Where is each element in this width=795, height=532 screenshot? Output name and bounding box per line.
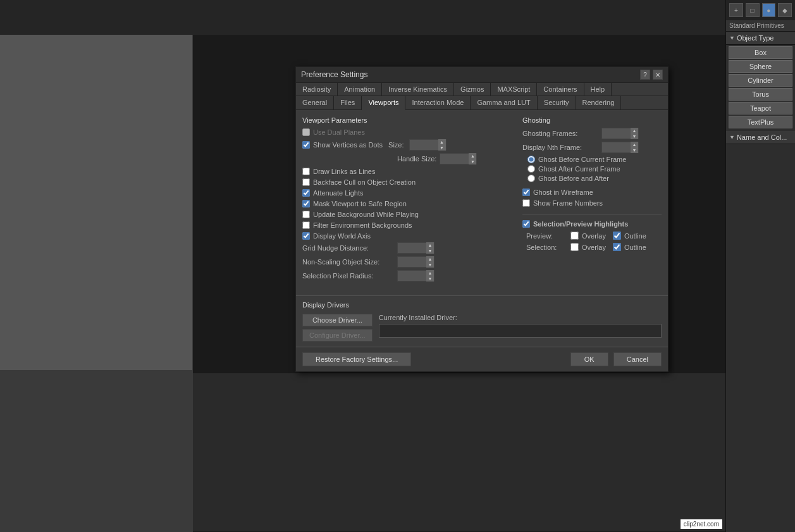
display-nth-field[interactable]: 1 ▲ ▼ — [601, 142, 639, 153]
tab-viewports[interactable]: Viewports — [362, 96, 405, 110]
selection-pixel-field[interactable]: 16 ▲ ▼ — [397, 270, 434, 281]
update-background-checkbox[interactable] — [302, 211, 310, 218]
tab-files[interactable]: Files — [334, 96, 362, 109]
bg-left-inner — [0, 35, 192, 370]
tab-interaction-mode[interactable]: Interaction Mode — [405, 96, 471, 109]
non-scaling-up[interactable]: ▲ — [426, 256, 434, 262]
box-button[interactable]: Box — [729, 46, 792, 59]
handle-size-input[interactable]: 3 — [440, 155, 469, 163]
tab-maxscript[interactable]: MAXScript — [491, 83, 537, 96]
preview-outline-checkbox[interactable] — [613, 232, 621, 240]
ghost-before-after-radio[interactable] — [527, 175, 535, 182]
filter-environment-checkbox[interactable] — [302, 221, 310, 229]
grid-up[interactable]: ▲ — [426, 242, 434, 248]
tab-rendering[interactable]: Rendering — [576, 96, 622, 109]
non-scaling-input[interactable]: 1,0 — [398, 258, 426, 266]
tab-row-1: Radiosity Animation Inverse Kinematics G… — [296, 83, 668, 96]
ghosting-frames-down[interactable]: ▼ — [631, 133, 638, 139]
selection-pixel-label: Selection Pixel Radius: — [302, 272, 394, 280]
selection-overlay-checkbox[interactable] — [570, 243, 579, 251]
size-input[interactable]: 2 — [410, 141, 438, 149]
backface-cull-label: Backface Cull on Object Creation — [313, 178, 416, 186]
tab-inverse-kinematics[interactable]: Inverse Kinematics — [382, 83, 454, 96]
cylinder-button[interactable]: Cylinder — [729, 74, 792, 87]
ghosting-frames-spinners[interactable]: ▲ ▼ — [631, 128, 638, 139]
name-col-label: Name and Col... — [737, 133, 787, 141]
tab-radiosity[interactable]: Radiosity — [296, 83, 338, 96]
teapot-button[interactable]: Teapot — [729, 102, 792, 114]
ghosting-frames-field[interactable]: 5 ▲ ▼ — [601, 128, 639, 139]
mask-viewport-checkbox[interactable] — [302, 200, 310, 207]
choose-driver-button[interactable]: Choose Driver... — [302, 314, 373, 326]
selection-outline-label: Outline — [624, 244, 646, 251]
selection-outline-checkbox[interactable] — [613, 243, 621, 251]
backface-cull-checkbox[interactable] — [302, 178, 310, 186]
tab-security[interactable]: Security — [538, 96, 576, 109]
use-dual-planes-checkbox[interactable] — [302, 128, 310, 136]
light-icon[interactable]: ◆ — [778, 3, 792, 17]
restore-factory-button[interactable]: Restore Factory Settings... — [302, 352, 411, 366]
ghosting-frames-up[interactable]: ▲ — [631, 128, 638, 133]
display-nth-down[interactable]: ▼ — [631, 147, 638, 153]
ghost-after-current-radio[interactable] — [527, 165, 535, 173]
display-nth-up[interactable]: ▲ — [631, 142, 638, 147]
handle-size-field[interactable]: 3 ▲ ▼ — [440, 153, 477, 164]
selection-pixel-spinners[interactable]: ▲ ▼ — [426, 270, 434, 281]
grid-nudge-field[interactable]: 1,0 ▲ ▼ — [397, 242, 434, 254]
tab-gamma-lut[interactable]: Gamma and LUT — [471, 96, 537, 109]
view-icon[interactable]: □ — [746, 3, 760, 17]
preview-overlay-checkbox[interactable] — [570, 232, 579, 240]
sphere-button[interactable]: Sphere — [729, 60, 792, 73]
help-button[interactable]: ? — [640, 70, 650, 80]
torus-button[interactable]: Torus — [729, 88, 792, 101]
non-scaling-spinners[interactable]: ▲ ▼ — [426, 256, 434, 268]
grid-down[interactable]: ▼ — [426, 248, 434, 254]
selection-pixel-input[interactable]: 16 — [398, 272, 426, 280]
highlights-checkbox[interactable] — [522, 220, 530, 228]
close-button[interactable]: ✕ — [653, 70, 663, 80]
show-frame-numbers-checkbox[interactable] — [522, 199, 530, 207]
ok-button[interactable]: OK — [570, 352, 608, 366]
ghost-wireframe-row: Ghost in Wireframe — [522, 188, 662, 197]
show-vertices-label: Show Vertices as Dots — [313, 141, 383, 149]
selection-pixel-down[interactable]: ▼ — [426, 276, 434, 281]
display-nth-spinners[interactable]: ▲ ▼ — [631, 142, 638, 153]
grid-spinners[interactable]: ▲ ▼ — [426, 242, 434, 254]
tab-general[interactable]: General — [296, 96, 334, 109]
cancel-button[interactable]: Cancel — [613, 352, 662, 366]
attenuate-lights-checkbox[interactable] — [302, 189, 310, 197]
display-nth-input[interactable]: 1 — [602, 144, 631, 151]
handle-up[interactable]: ▲ — [469, 153, 476, 159]
size-up[interactable]: ▲ — [438, 139, 446, 145]
size-spinners[interactable]: ▲ ▼ — [438, 139, 446, 151]
ghost-wireframe-checkbox[interactable] — [522, 189, 530, 196]
handle-down[interactable]: ▼ — [469, 159, 476, 164]
tab-row-2: General Files Viewports Interaction Mode… — [296, 96, 668, 110]
sphere-view-icon[interactable]: ● — [762, 3, 776, 17]
add-icon[interactable]: + — [729, 3, 743, 17]
draw-links-checkbox[interactable] — [302, 168, 310, 175]
selection-pixel-up[interactable]: ▲ — [426, 270, 434, 276]
tab-help[interactable]: Help — [584, 83, 612, 96]
ghosting-frames-input[interactable]: 5 — [602, 130, 631, 137]
tab-animation[interactable]: Animation — [338, 83, 382, 96]
bg-bottom — [193, 373, 730, 531]
tab-containers[interactable]: Containers — [537, 83, 584, 96]
highlights-section: Selection/Preview Highlights Preview: Ov… — [522, 214, 662, 251]
size-input-field[interactable]: 2 ▲ ▼ — [409, 139, 447, 151]
display-world-checkbox[interactable] — [302, 232, 310, 240]
ghost-before-current-radio[interactable] — [527, 156, 535, 163]
show-vertices-checkbox[interactable] — [302, 141, 310, 149]
grid-nudge-input[interactable]: 1,0 — [398, 244, 426, 252]
size-down[interactable]: ▼ — [438, 145, 446, 151]
non-scaling-field[interactable]: 1,0 ▲ ▼ — [397, 256, 434, 268]
handle-size-row: Handle Size: 3 ▲ ▼ — [302, 153, 516, 164]
display-world-row: Display World Axis — [302, 232, 516, 240]
ghost-after-current-label: Ghost After Current Frame — [538, 165, 620, 173]
right-panel-top: + □ ● ◆ — [726, 0, 795, 20]
handle-spinners[interactable]: ▲ ▼ — [469, 153, 476, 164]
non-scaling-down[interactable]: ▼ — [426, 262, 434, 268]
tab-gizmos[interactable]: Gizmos — [454, 83, 491, 96]
configure-driver-button[interactable]: Configure Driver... — [302, 329, 373, 342]
textplus-button[interactable]: TextPlus — [729, 116, 792, 128]
